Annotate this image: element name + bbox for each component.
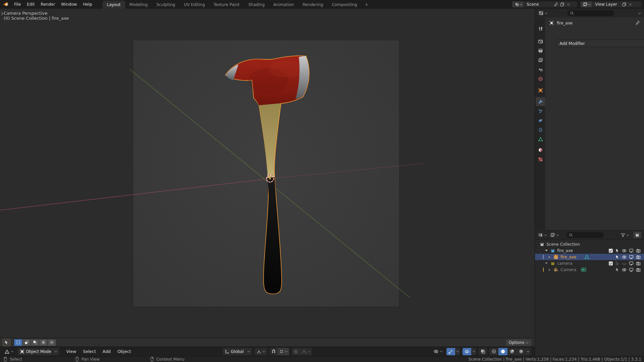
add-workspace-button[interactable]: +	[362, 1, 372, 9]
row-label[interactable]: Camera	[560, 267, 576, 272]
tab-modeling[interactable]: Modeling	[125, 1, 152, 9]
tab-view-layer-properties[interactable]	[536, 56, 545, 64]
row-label[interactable]: fire_axe	[560, 255, 576, 259]
pin-id-button[interactable]	[635, 20, 640, 25]
3d-viewport[interactable]: Camera Perspective (0) Scene Collection …	[0, 9, 535, 356]
selectable-icon[interactable]	[615, 255, 620, 259]
menu-help[interactable]: Help	[80, 0, 95, 9]
options-dropdown[interactable]: Options	[506, 339, 531, 346]
outliner-row-camera-object[interactable]: Camera	[535, 266, 644, 273]
disclosure-collapsed-icon[interactable]	[549, 268, 550, 271]
tab-animation[interactable]: Animation	[269, 1, 298, 9]
new-view-layer-icon[interactable]	[622, 2, 627, 7]
hide-eye-closed-icon[interactable]	[622, 261, 627, 266]
viewport-menu-add[interactable]: Add	[99, 349, 114, 354]
outliner-filter-id-button[interactable]	[548, 231, 560, 239]
chevron-down-icon[interactable]	[473, 350, 475, 353]
tab-modifier-properties[interactable]	[536, 97, 545, 106]
scene-browse-button[interactable]	[512, 1, 524, 7]
selectable-icon[interactable]	[615, 267, 620, 272]
disclosure-collapsed-icon[interactable]	[549, 256, 550, 258]
new-collection-button[interactable]	[633, 232, 641, 238]
tab-scene-properties[interactable]	[536, 65, 545, 74]
viewport-disable-icon[interactable]	[629, 255, 634, 259]
viewport-menu-view[interactable]: View	[63, 349, 80, 354]
select-mode-extend-button[interactable]	[22, 339, 31, 346]
scene-name[interactable]: Scene	[524, 2, 553, 7]
snap-to-selector[interactable]	[278, 348, 289, 355]
properties-search-input[interactable]	[567, 10, 614, 16]
tab-layout[interactable]: Layout	[103, 1, 125, 9]
active-tool-button[interactable]	[3, 339, 10, 346]
disclosure-expanded-icon[interactable]	[545, 250, 548, 251]
breadcrumb-object-name[interactable]: fire_axe	[557, 21, 573, 25]
tab-shading[interactable]: Shading	[244, 1, 269, 9]
tab-physics-properties[interactable]	[536, 116, 545, 125]
viewport-disable-icon[interactable]	[629, 248, 634, 253]
remove-view-layer-icon[interactable]	[628, 2, 633, 7]
outliner-display-mode-button[interactable]	[536, 231, 548, 239]
outliner-filter-button[interactable]	[619, 231, 631, 239]
editor-type-button[interactable]	[3, 348, 15, 355]
exclude-checkbox[interactable]	[609, 261, 613, 265]
mode-selector[interactable]: Object Mode	[18, 348, 59, 355]
shading-solid-button[interactable]	[498, 348, 507, 355]
hide-eye-icon[interactable]	[622, 267, 627, 272]
tab-object-data-properties[interactable]	[536, 135, 545, 143]
select-mode-set-button[interactable]	[14, 339, 22, 346]
proportional-edit-toggle[interactable]	[292, 348, 300, 355]
menu-file[interactable]: File	[11, 0, 24, 9]
selectable-icon-disabled[interactable]	[615, 261, 620, 265]
shading-material-button[interactable]	[507, 348, 517, 355]
chevron-down-icon[interactable]	[527, 350, 529, 353]
blender-logo-icon[interactable]	[0, 2, 11, 7]
properties-options-chevron[interactable]	[638, 12, 641, 14]
menu-edit[interactable]: Edit	[24, 0, 38, 9]
select-mode-subtract-button[interactable]	[31, 339, 39, 346]
row-label[interactable]: Scene Collection	[546, 242, 580, 247]
tab-uv-editing[interactable]: UV Editing	[179, 1, 209, 9]
viewport-canvas[interactable]	[0, 9, 535, 338]
tab-rendering[interactable]: Rendering	[298, 1, 327, 9]
outliner-row-scene-collection[interactable]: Scene Collection	[535, 241, 644, 247]
viewport-disable-icon[interactable]	[629, 267, 634, 272]
shading-rendered-button[interactable]	[517, 348, 526, 355]
pivot-point-selector[interactable]	[255, 348, 267, 355]
tab-tool-properties[interactable]	[536, 24, 545, 33]
tab-particle-properties[interactable]	[536, 107, 545, 115]
outliner-row-camera-collection[interactable]: camera	[535, 260, 644, 266]
outliner-row-fire-axe-object[interactable]: fire_axe	[535, 254, 644, 260]
row-label[interactable]: fire_axe	[557, 248, 573, 253]
hide-eye-icon[interactable]	[622, 248, 627, 253]
tab-render-properties[interactable]	[536, 37, 545, 46]
chevron-down-icon[interactable]	[457, 350, 459, 353]
transform-orientation-selector[interactable]: Global	[223, 348, 252, 355]
tab-compositing[interactable]: Compositing	[327, 1, 361, 9]
render-disable-icon[interactable]	[636, 255, 641, 259]
tab-texture-properties[interactable]	[536, 155, 545, 164]
outliner-row-fire-axe-collection[interactable]: fire_axe	[535, 247, 644, 254]
tab-output-properties[interactable]	[536, 46, 545, 55]
add-modifier-dropdown[interactable]: Add Modifier	[556, 40, 644, 47]
view-layer-name[interactable]: View Layer	[592, 2, 622, 7]
menu-window[interactable]: Window	[58, 0, 80, 9]
viewport-menu-object[interactable]: Object	[114, 349, 135, 354]
show-overlays-toggle[interactable]	[463, 348, 471, 355]
viewport-menu-select[interactable]: Select	[79, 349, 99, 354]
selectable-icon[interactable]	[615, 248, 620, 253]
pin-icon[interactable]	[553, 2, 558, 7]
render-disable-icon[interactable]	[636, 261, 641, 266]
new-scene-icon[interactable]	[560, 2, 565, 7]
shading-wireframe-button[interactable]	[489, 348, 498, 355]
viewport-disable-icon[interactable]	[629, 261, 634, 266]
outliner-search-input[interactable]	[566, 232, 604, 238]
disclosure-expanded-icon[interactable]	[545, 262, 548, 264]
row-label[interactable]: camera	[557, 261, 572, 266]
unlink-scene-icon[interactable]	[566, 2, 571, 7]
select-mode-intersect-button[interactable]	[48, 339, 56, 346]
properties-editor-type-button[interactable]	[537, 9, 549, 17]
tab-texture-paint[interactable]: Texture Paint	[209, 1, 244, 9]
tab-sculpting[interactable]: Sculpting	[152, 1, 179, 9]
select-mode-invert-button[interactable]	[39, 339, 48, 346]
tab-material-properties[interactable]	[536, 145, 545, 154]
